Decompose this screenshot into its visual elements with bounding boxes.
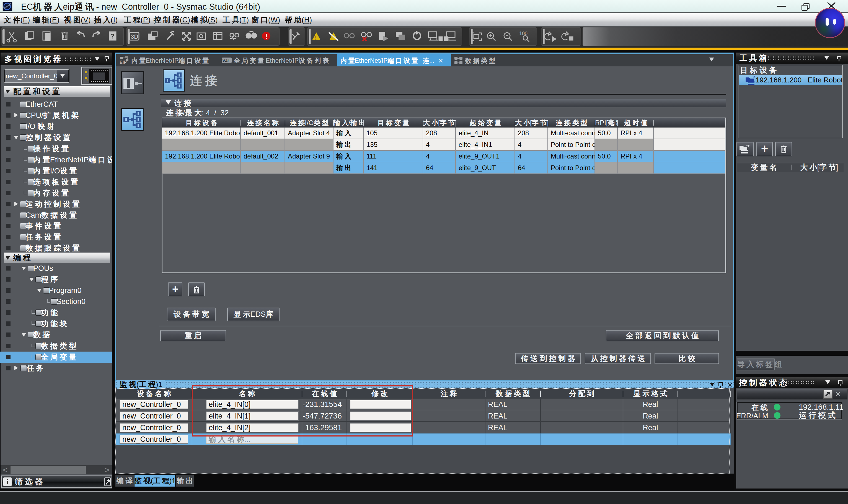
svg-text:!: ! — [315, 35, 317, 41]
svg-text:EIP: EIP — [120, 60, 127, 65]
svg-text:100: 100 — [519, 31, 528, 36]
svg-text:3D: 3D — [131, 33, 138, 40]
svg-text:!: ! — [265, 32, 268, 40]
svg-text:var: var — [223, 58, 229, 63]
svg-text:?: ? — [110, 32, 114, 40]
